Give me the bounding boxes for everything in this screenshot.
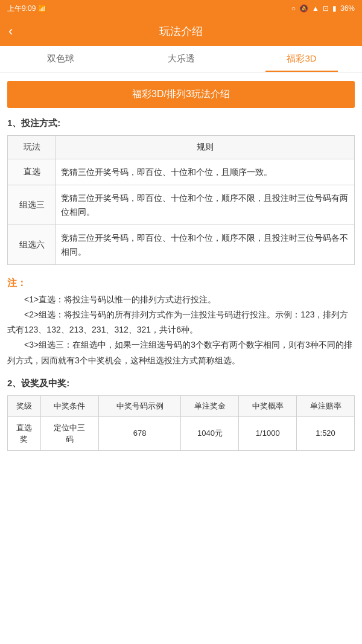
mute-icon: 🔕	[299, 4, 308, 13]
tab-fucai3d[interactable]: 福彩3D	[241, 46, 362, 72]
notes-section: 注： <1>直选：将投注号码以惟一的排列方式进行投注。 <2>组选：将投注号码的…	[7, 275, 355, 368]
prize-col-example: 中奖号码示例	[98, 395, 181, 416]
page-title: 玩法介绍	[159, 24, 203, 39]
col-header-rule: 规则	[56, 136, 355, 159]
game-rule-1: 竞猜三位开奖号码，即百位、十位和个位，且顺序一致。	[56, 159, 355, 185]
banner-text: 福彩3D/排列3玩法介绍	[132, 89, 230, 99]
tab-shuangseqiu[interactable]: 双色球	[0, 46, 121, 72]
table-row: 直选 竞猜三位开奖号码，即百位、十位和个位，且顺序一致。	[8, 159, 355, 185]
tabs-container: 双色球 大乐透 福彩3D	[0, 46, 362, 72]
header: ‹ 玩法介绍	[0, 17, 362, 46]
prize-odds-1: 1/1000	[239, 416, 297, 450]
status-icons: ○ 🔕 ▲ ⊡ ▮ 36%	[291, 4, 355, 13]
prize-col-level: 奖级	[8, 395, 41, 416]
note-item-3: <3>组选三：在组选中，如果一注组选号码的3个数字有两个数字相同，则有3种不同的…	[7, 337, 355, 368]
game-rule-2: 竞猜三位开奖号码，即百位、十位和个位，顺序不限，且投注时三位号码有两位相同。	[56, 185, 355, 225]
game-table: 玩法 规则 直选 竞猜三位开奖号码，即百位、十位和个位，且顺序一致。 组选三 竞…	[7, 135, 355, 265]
time-text: 上午9:09	[7, 4, 36, 14]
alarm-icon: ○	[291, 4, 296, 13]
note-item-2: <2>组选：将投注号码的所有排列方式作为一注投注号码进行投注。示例：123，排列…	[7, 307, 355, 337]
prize-row: 直选奖 定位中三码 678 1040元 1/1000 1:520	[8, 416, 355, 450]
status-bar: 上午9:09 📶 ○ 🔕 ▲ ⊡ ▮ 36%	[0, 0, 362, 17]
status-time: 上午9:09 📶	[7, 4, 46, 14]
prize-condition-1: 定位中三码	[40, 416, 98, 450]
tab-daletou[interactable]: 大乐透	[121, 46, 241, 72]
section2-title: 2、设奖及中奖:	[7, 378, 355, 389]
col-header-game: 玩法	[8, 136, 56, 159]
notes-label: 注：	[7, 278, 27, 288]
battery-percent: 36%	[340, 4, 355, 13]
table-row: 组选三 竞猜三位开奖号码，即百位、十位和个位，顺序不限，且投注时三位号码有两位相…	[8, 185, 355, 225]
prize-level-1: 直选奖	[8, 416, 41, 450]
game-name-1: 直选	[8, 159, 56, 185]
game-name-2: 组选三	[8, 185, 56, 225]
signal-icon: ⊡	[323, 4, 329, 13]
prize-col-payout: 单注赔率	[297, 395, 355, 416]
prize-col-odds: 中奖概率	[239, 395, 297, 416]
table-row: 组选六 竞猜三位开奖号码，即百位、十位和个位，顺序不限，且投注时三位号码各不相同…	[8, 225, 355, 265]
prize-amount-1: 1040元	[181, 416, 239, 450]
back-button[interactable]: ‹	[8, 25, 13, 38]
note-item-1: <1>直选：将投注号码以惟一的排列方式进行投注。	[7, 292, 355, 307]
prize-payout-1: 1:520	[297, 416, 355, 450]
banner: 福彩3D/排列3玩法介绍	[7, 81, 355, 108]
game-rule-3: 竞猜三位开奖号码，即百位、十位和个位，顺序不限，且投注时三位号码各不相同。	[56, 225, 355, 265]
prize-table: 奖级 中奖条件 中奖号码示例 单注奖金 中奖概率 单注赔率 直选奖 定位中三码 …	[7, 395, 355, 451]
prize-condition-text: 定位中三码	[54, 423, 85, 444]
prize-level-text: 直选奖	[16, 423, 32, 444]
wifi-icon: ▲	[312, 4, 319, 13]
sim-icon: 📶	[38, 5, 46, 13]
battery-icon: ▮	[332, 4, 337, 13]
prize-example-1: 678	[98, 416, 181, 450]
game-name-3: 组选六	[8, 225, 56, 265]
main-content: 福彩3D/排列3玩法介绍 1、投注方式: 玩法 规则 直选 竞猜三位开奖号码，即…	[0, 72, 362, 459]
prize-col-prize: 单注奖金	[181, 395, 239, 416]
prize-col-condition: 中奖条件	[40, 395, 98, 416]
section1-title: 1、投注方式:	[7, 118, 355, 129]
